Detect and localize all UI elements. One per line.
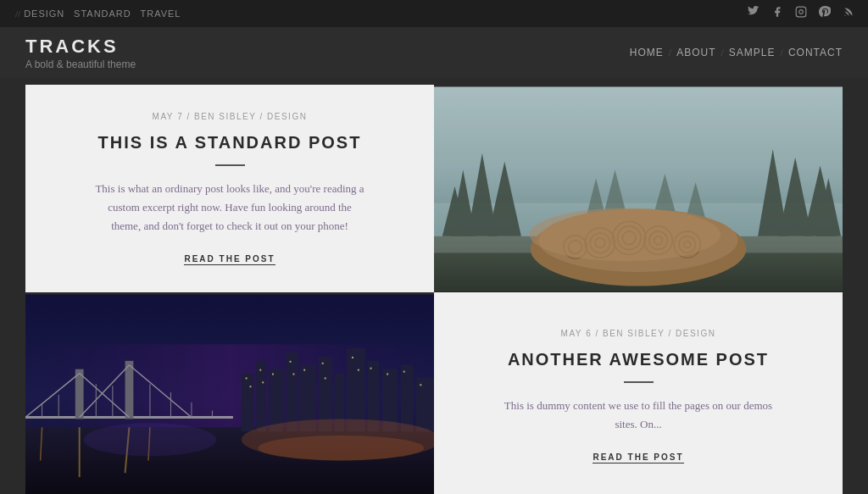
top-bar: // DESIGN STANDARD TRAVEL xyxy=(0,0,868,27)
svg-rect-39 xyxy=(242,374,254,432)
slash-divider-2 xyxy=(68,8,70,19)
post-card-2: MAY 6 / BEN SIBLEY / DESIGN ANOTHER AWES… xyxy=(434,292,843,494)
read-more-2[interactable]: READ THE POST xyxy=(593,452,683,463)
post-card-1: MAY 7 / BEN SIBLEY / DESIGN THIS IS A ST… xyxy=(25,85,434,292)
post-meta-1: MAY 7 / BEN SIBLEY / DESIGN xyxy=(153,112,308,121)
facebook-icon[interactable] xyxy=(771,6,783,21)
site-subtitle: A bold & beautiful theme xyxy=(25,58,136,70)
post-divider-1 xyxy=(215,164,245,166)
forest-image-svg xyxy=(434,85,843,292)
pinterest-icon[interactable] xyxy=(819,6,831,21)
svg-rect-66 xyxy=(420,384,421,386)
svg-point-88 xyxy=(84,423,217,456)
post-image-city xyxy=(25,292,434,494)
nav-slash-2: / xyxy=(721,47,724,59)
nav-about[interactable]: ABOUT xyxy=(676,47,715,58)
top-nav-design[interactable]: DESIGN xyxy=(24,8,64,19)
svg-rect-55 xyxy=(272,374,274,375)
svg-point-2 xyxy=(844,15,845,16)
svg-rect-59 xyxy=(322,363,324,364)
twitter-icon[interactable] xyxy=(748,6,760,21)
svg-rect-63 xyxy=(370,368,372,369)
svg-rect-46 xyxy=(347,348,365,431)
svg-rect-58 xyxy=(303,369,305,371)
svg-rect-0 xyxy=(796,7,806,17)
post-excerpt-1: This is what an ordinary post looks like… xyxy=(94,180,365,236)
top-nav-left: // DESIGN STANDARD TRAVEL xyxy=(14,8,181,19)
svg-rect-57 xyxy=(292,374,294,375)
instagram-icon[interactable] xyxy=(795,6,807,21)
site-title[interactable]: TRACKS xyxy=(25,36,136,58)
svg-point-87 xyxy=(258,436,424,460)
content-grid: MAY 7 / BEN SIBLEY / DESIGN THIS IS A ST… xyxy=(25,85,843,494)
svg-rect-40 xyxy=(256,361,266,431)
nav-home[interactable]: HOME xyxy=(630,47,664,58)
post-image-forest xyxy=(434,85,843,292)
svg-rect-54 xyxy=(262,381,264,383)
post-divider-2 xyxy=(624,381,654,383)
nav-slash-1: / xyxy=(669,47,671,59)
nav-contact[interactable]: CONTACT xyxy=(788,47,843,58)
post-excerpt-2: This is dummy content we use to fill the… xyxy=(503,397,774,434)
post-title-2: ANOTHER AWESOME POST xyxy=(508,350,769,369)
top-nav-standard[interactable]: STANDARD xyxy=(74,8,131,19)
svg-rect-41 xyxy=(269,369,284,431)
svg-rect-50 xyxy=(415,377,434,431)
svg-rect-69 xyxy=(125,361,134,419)
slash-divider-3 xyxy=(135,8,137,19)
svg-rect-64 xyxy=(387,374,388,375)
svg-rect-61 xyxy=(352,357,353,358)
top-nav-travel[interactable]: TRAVEL xyxy=(141,8,181,19)
svg-rect-65 xyxy=(403,371,405,373)
header: TRACKS A bold & beautiful theme HOME / A… xyxy=(0,27,868,78)
svg-rect-52 xyxy=(250,386,252,387)
site-title-wrap: TRACKS A bold & beautiful theme xyxy=(25,36,136,70)
main-nav: HOME / ABOUT / SAMPLE / CONTACT xyxy=(630,47,843,59)
nav-slash-3: / xyxy=(781,47,783,59)
nav-sample[interactable]: SAMPLE xyxy=(729,47,776,58)
read-more-1[interactable]: READ THE POST xyxy=(184,254,275,265)
svg-rect-56 xyxy=(290,361,292,363)
svg-rect-51 xyxy=(246,377,248,379)
top-nav-right xyxy=(748,6,854,21)
post-title-1: THIS IS A STANDARD POST xyxy=(98,133,362,153)
svg-rect-62 xyxy=(358,369,359,371)
city-image-svg xyxy=(25,292,434,494)
post-meta-2: MAY 6 / BEN SIBLEY / DESIGN xyxy=(561,329,716,338)
svg-rect-42 xyxy=(287,352,298,431)
svg-rect-35 xyxy=(434,86,843,290)
slash-divider: // xyxy=(15,8,20,19)
svg-rect-53 xyxy=(259,369,261,371)
svg-rect-60 xyxy=(325,377,326,379)
rss-icon[interactable] xyxy=(843,6,854,21)
svg-rect-49 xyxy=(401,365,414,431)
